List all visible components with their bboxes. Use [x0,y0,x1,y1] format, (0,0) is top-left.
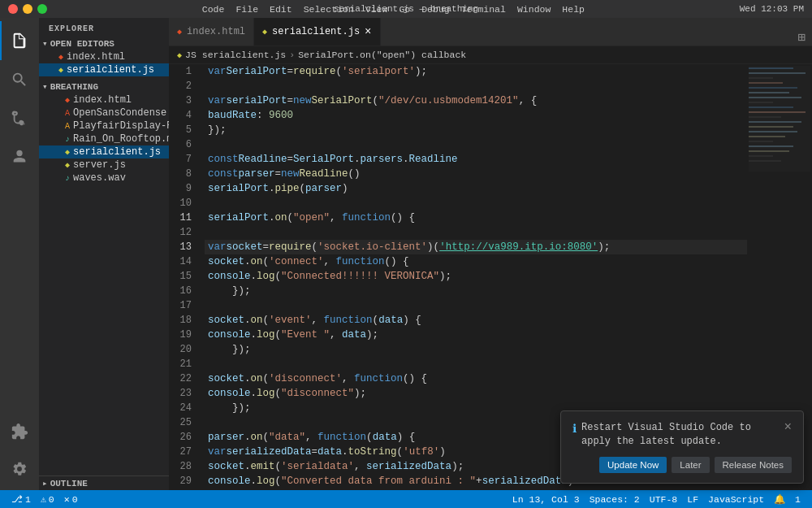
ln-16: 16 [169,284,198,298]
menu-window[interactable]: Window [517,4,551,15]
code-line-10 [205,196,747,211]
code-line-7: const Readline = SerialPort.parsers.Read… [205,152,747,167]
menu-edit[interactable]: Edit [270,4,292,15]
notification-header: ℹ Restart Visual Studio Code to apply th… [572,421,792,449]
status-errors[interactable]: ⚠ 0 [36,493,59,505]
status-bell[interactable]: 🔔 [769,493,790,505]
ln-9: 9 [169,181,198,196]
wav-icon: ♪ [65,174,70,183]
breathing-label: BREATHING [50,82,98,92]
status-branch-label: 1 [25,494,31,505]
code-line-16: }); [205,284,747,298]
activity-bar [0,18,39,490]
code-line-23: console.log("disconnect"); [205,386,747,401]
status-position[interactable]: Ln 13, Col 3 [508,493,585,505]
branch-icon: ⎇ [11,493,23,505]
code-line-17 [205,298,747,313]
code-line-8: const parser = new Readline() [205,167,747,181]
cursor-position: Ln 13, Col 3 [512,494,580,505]
tab-index-label: index.html [187,26,245,37]
split-editor-button[interactable]: ⊞ [797,29,812,46]
ln-30: 30 [169,488,198,490]
html-file-icon: ◆ [58,52,63,62]
code-line-1: var SerialPort = require('serialport'); [205,64,747,79]
js-tab-icon: ◆ [262,27,267,37]
titlebar: Code File Edit Selection View Go Debug T… [0,0,812,18]
tab-index-html[interactable]: ◆ index.html [169,18,254,46]
status-warnings[interactable]: ✕ 0 [59,493,83,505]
open-editors-label: OPEN EDITORS [50,39,114,49]
sidebar-opensans[interactable]: A OpenSansCondense... [39,106,169,119]
sidebar-serialclient[interactable]: ◆ serialclient.js [39,145,169,158]
activity-settings-icon[interactable] [0,451,39,490]
indentation-label: Spaces: 2 [590,494,640,505]
activity-search-icon[interactable] [0,60,39,99]
error-icon: ⚠ [41,493,46,505]
activity-source-control-icon[interactable] [0,99,39,138]
status-branch[interactable]: ⎇ 1 [6,493,36,505]
ln-20: 20 [169,342,198,357]
status-notifications[interactable]: 1 [790,493,806,505]
notification-actions: Update Now Later Release Notes [572,457,792,473]
activity-files-icon[interactable] [0,21,39,60]
menu-help[interactable]: Help [562,4,585,15]
breadcrumb: ◆ JS serialclient.js › SerialPort.on("op… [169,46,812,64]
code-line-2 [205,79,747,93]
notification-close-button[interactable]: × [784,421,792,434]
open-editor-index-html[interactable]: ◆ index.html [39,50,169,63]
line-numbers: 1 2 3 4 5 6 7 8 9 10 11 12 13 14 15 16 1… [169,64,201,490]
ln-1: 1 [169,64,198,79]
sidebar-rain-mp3[interactable]: ♪ Rain_On_Rooftop.mp3 [39,132,169,145]
eol-label: LF [687,494,698,505]
ln-21: 21 [169,357,198,371]
traffic-lights [8,4,47,14]
ln-10: 10 [169,196,198,211]
menu-file[interactable]: File [235,4,258,15]
minimap-svg [749,66,810,391]
status-eol[interactable]: LF [682,493,703,505]
ln-4: 4 [169,108,198,123]
outline-header[interactable]: ▸ OUTLINE [39,476,169,490]
breathing-section[interactable]: ▾ BREATHING [39,80,169,93]
status-spaces[interactable]: Spaces: 2 [585,493,645,505]
status-language[interactable]: JavaScript [703,493,769,505]
outline-arrow: ▸ [42,478,48,488]
js2-icon: ◆ [65,147,70,157]
ln-11: 11 [169,211,198,225]
release-notes-button[interactable]: Release Notes [715,457,792,473]
sidebar-index-html[interactable]: ◆ index.html [39,93,169,106]
minimize-button[interactable] [23,4,32,14]
breadcrumb-sep: › [289,50,295,60]
tab-close-button[interactable]: × [365,25,371,38]
language-label: JavaScript [708,494,764,505]
outline-section: ▸ OUTLINE [39,475,169,490]
font-icon: A [65,109,70,118]
breadcrumb-file[interactable]: JS serialclient.js [185,50,286,60]
menu-code[interactable]: Code [202,4,225,15]
ln-12: 12 [169,225,198,240]
breadcrumb-symbol[interactable]: SerialPort.on("open") callback [298,50,466,60]
close-button[interactable] [8,4,18,14]
activity-debug-icon[interactable] [0,138,39,177]
sidebar-playfair[interactable]: A PlayfairDisplay-Reg... [39,119,169,132]
maximize-button[interactable] [37,4,47,14]
font2-icon: A [65,122,70,131]
window-title: serialclient.js — breathing [334,4,478,14]
status-encoding[interactable]: UTF-8 [645,493,683,505]
tab-serialclient-js[interactable]: ◆ serialclient.js × [254,18,380,46]
open-editors-arrow: ▾ [42,38,48,49]
later-button[interactable]: Later [672,457,709,473]
open-editors-section[interactable]: ▾ OPEN EDITORS [39,37,169,50]
ln-3: 3 [169,93,198,108]
update-now-button[interactable]: Update Now [599,457,667,473]
sidebar-waves-wav[interactable]: ♪ waves.wav [39,172,169,185]
sidebar-server-js[interactable]: ◆ server.js [39,158,169,172]
warning-icon: ✕ [64,493,70,505]
open-editor-serialclient-js[interactable]: ◆ serialclient.js [39,63,169,76]
ln-7: 7 [169,152,198,167]
ln-8: 8 [169,167,198,181]
encoding-label: UTF-8 [650,494,678,505]
activity-extensions-icon[interactable] [0,412,39,451]
code-line-13: var socket = require('socket.io-client')… [205,240,747,254]
code-line-22: socket.on('disconnect', function() { [205,371,747,386]
